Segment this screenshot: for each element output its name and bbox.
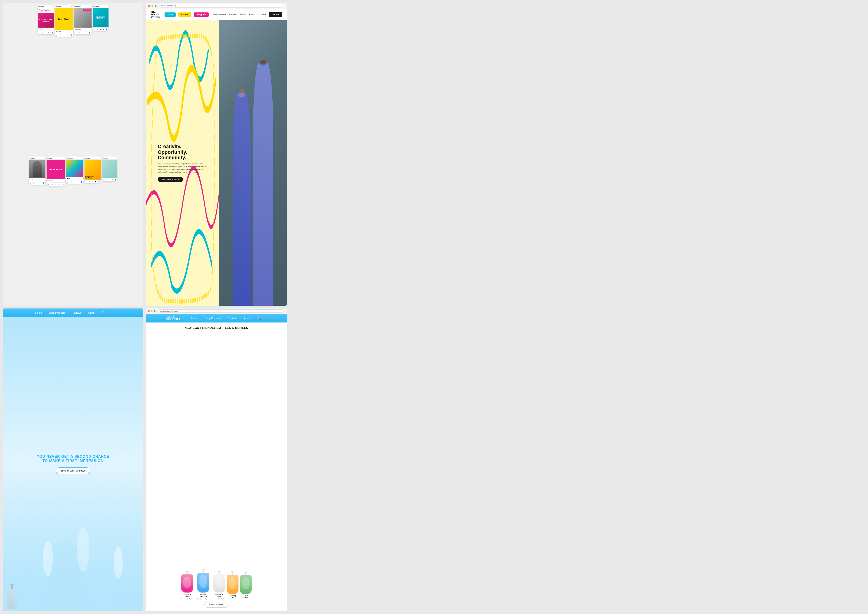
- search-icon-right[interactable]: 🔍: [257, 316, 261, 320]
- ig-header-9: Instagram: [102, 157, 117, 160]
- hs-bottle-item-1: Smooth &Silky for smooth & silky hair: [181, 571, 193, 600]
- browser-dot-green[interactable]: [155, 5, 157, 7]
- url-text-hs: www.head&shoulders.com: [160, 310, 178, 312]
- cart-icon-right[interactable]: 🛒: [263, 316, 267, 320]
- hs-hero-line1: YOU NEVER GET A SECOND CHANCE: [37, 454, 109, 459]
- heading-line2: Opportunity.: [158, 149, 187, 155]
- browser-dot-red-hs[interactable]: [148, 310, 150, 312]
- hs-nav-shop-left[interactable]: Shop Products: [49, 311, 65, 314]
- ig-phone-4: Instagram COMMUNITYTHREADS: ⌂🔍+♥👤: [93, 5, 108, 31]
- learn-more-button[interactable]: Learn more about us: [158, 177, 183, 182]
- browser-dot-red[interactable]: [148, 5, 150, 7]
- ig-phone-6: Instagram WE'RE HIRING! ♥ 200 likes ⌂🔍+♥…: [46, 157, 65, 186]
- browser-dot-green-hs[interactable]: [154, 310, 155, 312]
- ig-header-3: Instagram: [74, 5, 91, 8]
- hs-nav-shop-right[interactable]: Shop Products: [205, 317, 221, 320]
- hs-logo-line1: HEAD &: [166, 316, 175, 318]
- hs-bottle-sublabel-2: long lasting dandruff protection: [195, 598, 212, 600]
- shop-collection-button[interactable]: Shop Collection: [205, 602, 228, 608]
- ig-phone-5: Instagram ♥ 225 ⌂🔍+♥👤: [29, 157, 45, 185]
- nav-contact[interactable]: Contact: [258, 13, 266, 16]
- hs-bottle-item-4: Dry ScalpCare: [227, 571, 239, 600]
- donate-button[interactable]: Donate: [269, 12, 282, 17]
- ig-footer-1: ⌂🔍+♥👤: [38, 31, 54, 34]
- browser-bar-hs: www.head&shoulders.com: [146, 308, 287, 314]
- ss-navigation: THE SOCIAL STUDIO Shop School Program Ge…: [146, 9, 287, 20]
- nav-faqs[interactable]: FAQs: [240, 13, 246, 16]
- browser-dot-yellow-hs[interactable]: [151, 310, 153, 312]
- hs-nav-about-right[interactable]: About: [244, 317, 251, 320]
- hs-pump-4: [232, 571, 233, 575]
- ig-footer-6: ⌂🔍+♥👤: [46, 182, 65, 186]
- browser-url-hs: www.head&shoulders.com: [158, 309, 284, 312]
- hs-nav-about-left[interactable]: About: [88, 311, 95, 314]
- hs-bottle-label-2: Clean &Balanced: [200, 594, 206, 597]
- hs-bottle-body-1: [181, 574, 193, 592]
- hs-bottle-item-2: Clean &Balanced long lasting dandruff pr…: [195, 569, 212, 600]
- logo-line1: THE: [150, 10, 155, 13]
- nav-get-involved[interactable]: Get Involved: [213, 13, 226, 16]
- browser-bar-ss: thesocialstudio.org: [146, 3, 287, 9]
- hs-bottle-label-4: Dry ScalpCare: [229, 595, 236, 598]
- hs-bottle-container-5: [240, 572, 251, 594]
- hs-nav-icons-left: 🔍 🛒: [101, 311, 111, 314]
- hs-nav-left: Home Shop Products Reviews About 🔍 🛒: [3, 308, 143, 317]
- hs-right-panel: www.head&shoulders.com HEAD & SHOULDERS …: [146, 308, 287, 611]
- ig-footer-2: ⌂🔍+♥👤: [55, 33, 73, 37]
- instagram-panel: Instagram ⋯ STOP THE SOCIAL STUDIO: [3, 3, 143, 306]
- hs-pump-1: [186, 571, 188, 574]
- water-effect: [3, 464, 143, 611]
- hs-nav-home-left[interactable]: Home: [35, 311, 42, 314]
- cart-icon-left[interactable]: 🛒: [107, 311, 111, 314]
- hs-bottle-body-2: [197, 573, 209, 592]
- ss-logo: THE SOCIAL STUDIO: [150, 10, 160, 19]
- hs-shop-button[interactable]: Shop for your hair needs: [56, 468, 90, 474]
- hs-hero-left: YOU NEVER GET A SECOND CHANCE TO MAKE A …: [3, 317, 143, 611]
- hs-nav-reviews-right[interactable]: Reviews: [228, 317, 237, 320]
- nav-projects[interactable]: Projects: [229, 13, 237, 16]
- hs-bottle-container-2: [197, 569, 209, 592]
- hs-products-area: NEW ECO FRIENDLY BOTTLES & REFILLS Smoot…: [146, 322, 287, 611]
- search-icon-left[interactable]: 🔍: [101, 311, 105, 314]
- ig-footer-4: ⌂🔍+♥👤: [93, 27, 108, 31]
- hs-bottle-body-5: [240, 575, 251, 594]
- made-with-label: MADE WITH: [83, 9, 91, 11]
- url-text-ss: thesocialstudio.org: [161, 5, 176, 7]
- hs-bottle-label-3: Smooth &Silky: [215, 594, 223, 597]
- hs-hero-line2: TO MAKE A FIRST IMPRESSION: [37, 459, 109, 463]
- ss-hero-text: Creativity. Opportunity. Community. Part…: [158, 144, 208, 182]
- ig-footer-8: ⌂🔍+♥👤: [85, 180, 101, 183]
- hs-bottle-sublabel-3: for smooth & silky hair: [213, 598, 225, 600]
- hs-bottle-item-5: AppleFresh: [240, 572, 251, 600]
- hs-bottle-container-1: [181, 571, 193, 592]
- shop-badge[interactable]: Shop: [164, 12, 176, 17]
- hs-bottles-row: Smooth &Silky for smooth & silky hair Cl…: [181, 333, 251, 600]
- nav-press[interactable]: Press: [249, 13, 255, 16]
- browser-url-ss: thesocialstudio.org: [159, 4, 283, 8]
- hs-pump-5: [245, 572, 246, 575]
- hs-pump-3: [219, 571, 220, 574]
- browser-dot-yellow[interactable]: [152, 5, 153, 7]
- hs-nav-home-right[interactable]: Home: [191, 317, 198, 320]
- hs-bottle-container-3: [213, 571, 225, 592]
- hs-bottle-body-3: [213, 574, 225, 592]
- ss-hero-left: Creativity. Opportunity. Community. Part…: [146, 20, 219, 306]
- social-studio-panel: thesocialstudio.org THE SOCIAL STUDIO Sh…: [146, 3, 287, 306]
- hs-bottle-label-1: Smooth &Silky: [184, 594, 191, 597]
- ig-header-4: Instagram: [93, 5, 108, 8]
- ig-header-5: Instagram: [29, 157, 45, 160]
- hs-hero-text: YOU NEVER GET A SECOND CHANCE TO MAKE A …: [37, 454, 109, 463]
- ig-header-2: Instagram ⋯: [55, 5, 73, 8]
- hs-logo-line2: SHOULDERS: [166, 318, 180, 321]
- ig-text-1: STOP THE SOCIAL STUDIO: [39, 19, 53, 22]
- hs-nav-icons-right: 🔍 🛒: [257, 316, 267, 320]
- ig-header-6: Instagram: [46, 157, 65, 160]
- ig-phone-9: Instagram ⌂🔍+♥👤: [102, 157, 117, 181]
- school-badge[interactable]: School: [178, 12, 191, 17]
- hs-nav-reviews-left[interactable]: Reviews: [72, 311, 81, 314]
- embroidery-label: Embroidery Workshop: [85, 176, 100, 179]
- hs-bottle-container-4: [227, 571, 239, 594]
- hs-bottle-item-3: Smooth &Silky for smooth & silky hair: [213, 571, 225, 600]
- program-badge[interactable]: Program: [194, 12, 209, 17]
- ig-phone-2: Instagram ⋯ Enrol Today! ♥ 225 likes ⌂🔍+…: [55, 5, 73, 37]
